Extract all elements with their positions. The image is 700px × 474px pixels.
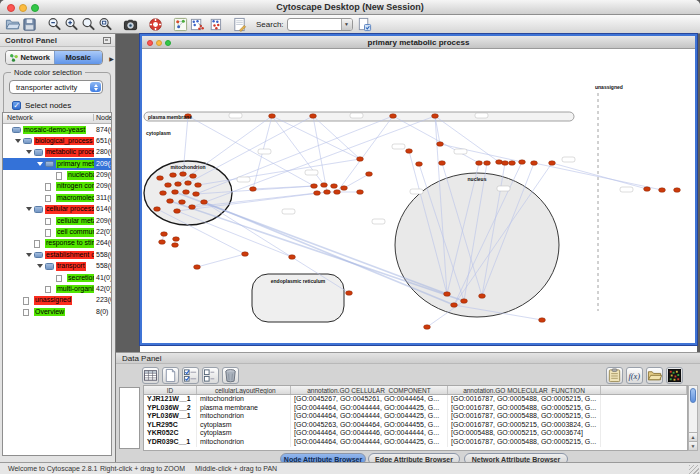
network-window[interactable]: primary metabolic process plasma membran… — [140, 34, 697, 345]
delete-attribute-icon[interactable] — [222, 367, 239, 384]
table-cell[interactable]: mitochondrion — [197, 395, 291, 404]
tree-row-biological-process[interactable]: biological_process651(0) — [3, 135, 111, 146]
table-cell[interactable]: [GO:0045267, GO:0045261, GO:0044464, G..… — [291, 395, 448, 404]
network-node[interactable] — [160, 191, 167, 196]
table-cell[interactable]: [GO:0044464, GO:0044444, GO:0044425, G..… — [291, 412, 448, 421]
network-edge[interactable] — [313, 116, 327, 192]
column-header-id[interactable]: ID — [144, 386, 197, 394]
network-node[interactable] — [357, 157, 364, 162]
zoom-region-icon[interactable] — [97, 16, 114, 33]
network-node[interactable] — [346, 291, 353, 296]
tree-row-unassigned[interactable]: unassigned223(0) — [3, 295, 111, 306]
network-node[interactable] — [242, 252, 249, 257]
tree-row-macromolecule[interactable]: macromolecule311(0) — [3, 192, 111, 203]
network-node[interactable] — [180, 172, 187, 177]
table-cell[interactable]: [GO:0005488, GO:0005215, GO:0003674] — [448, 429, 601, 438]
network-node[interactable] — [496, 160, 503, 165]
network-node[interactable] — [157, 176, 164, 181]
table-cell[interactable]: [GO:0016787, GO:0005488, GO:0005215, G..… — [448, 395, 601, 404]
scroll-down-button[interactable]: ▼ — [689, 441, 697, 450]
network-node[interactable] — [357, 190, 364, 195]
table-cell[interactable]: cytoplasm — [197, 421, 291, 430]
tree-row-secretion[interactable]: secretion41(0) — [3, 272, 111, 283]
table-row-ypl036w-1[interactable]: YPL036W__1mitochondrion[GO:0044464, GO:0… — [144, 412, 687, 421]
network-node[interactable] — [502, 161, 509, 166]
network-edge[interactable] — [552, 163, 647, 189]
table-cell[interactable]: [GO:0016787, GO:0005488, GO:0005215, G..… — [448, 404, 601, 413]
open-file-icon[interactable] — [4, 16, 21, 33]
table-cell[interactable]: YJR121W__1 — [144, 395, 197, 404]
network-node[interactable] — [310, 114, 317, 119]
network-node[interactable] — [439, 161, 446, 166]
network-edge[interactable] — [272, 116, 360, 159]
table-cell[interactable]: [GO:0016787, GO:0005488, GO:0005215, G..… — [448, 412, 601, 421]
select-attributes-icon[interactable] — [182, 367, 199, 384]
network-node[interactable] — [193, 192, 200, 197]
tree-row-nucleobase[interactable]: nucleobase-209(0) — [3, 170, 111, 181]
network-node[interactable] — [179, 200, 186, 205]
network-node[interactable] — [154, 207, 161, 212]
tab-network[interactable]: Network — [6, 51, 54, 64]
save-icon[interactable] — [21, 16, 38, 33]
expand-arrow-icon[interactable] — [15, 139, 21, 143]
network-node[interactable] — [194, 265, 201, 270]
table-row-ypl036w-2[interactable]: YPL036W__2plasma membrane[GO:0044464, GO… — [144, 404, 687, 413]
resize-grip[interactable] — [689, 465, 699, 474]
network-node[interactable] — [324, 190, 331, 195]
tree-row-transport[interactable]: transport558(0) — [3, 261, 111, 272]
expand-arrow-icon[interactable] — [26, 150, 32, 154]
tree-row-cellular-process[interactable]: cellular process614(0) — [3, 204, 111, 215]
table-cell[interactable]: [GO:0045263, GO:0044464, GO:0044455, G..… — [291, 421, 448, 430]
network-node[interactable] — [159, 240, 166, 245]
network-node[interactable] — [531, 161, 538, 166]
network-node[interactable] — [366, 172, 373, 177]
network-window-titlebar[interactable]: primary metabolic process — [142, 36, 695, 49]
network-node[interactable] — [437, 142, 444, 147]
network-node[interactable] — [172, 190, 179, 195]
network-edge[interactable] — [253, 186, 314, 189]
table-cell[interactable]: plasma membrane — [197, 404, 291, 413]
table-cell[interactable]: YPL036W__1 — [144, 412, 197, 421]
column-header-cellularlayoutregion[interactable]: _cellularLayoutRegion — [197, 386, 291, 394]
network-overview-icon[interactable] — [172, 16, 189, 33]
table-cell[interactable]: mitochondrion — [197, 438, 291, 447]
tree-row-multi-organism-pro[interactable]: multi-organism pro42(0) — [3, 283, 111, 294]
network-node[interactable] — [451, 303, 458, 308]
network-node[interactable] — [476, 161, 483, 166]
network-node[interactable] — [269, 114, 276, 119]
network-node[interactable] — [644, 187, 651, 192]
search-dropdown-arrow-icon[interactable]: ▼ — [341, 19, 352, 30]
table-cell[interactable]: [GO:0016787, GO:0005215, GO:0003824, G..… — [448, 421, 601, 430]
network-node[interactable] — [195, 183, 202, 188]
table-row-ylr295c[interactable]: YLR295Ccytoplasm[GO:0045263, GO:0044464,… — [144, 421, 687, 430]
network-node[interactable] — [659, 188, 666, 193]
table-cell[interactable]: [GO:0016787, GO:0005488, GO:0005215, G..… — [448, 438, 601, 447]
column-header-annotation-go-molecular-function[interactable]: annotation.GO MOLECULAR_FUNCTION — [448, 386, 601, 394]
network-node[interactable] — [190, 174, 197, 179]
network-canvas[interactable]: plasma membranecytoplasmmitochondrionnuc… — [142, 49, 695, 343]
network-node[interactable] — [314, 191, 321, 196]
network-node[interactable] — [165, 183, 172, 188]
attribute-matrix-icon[interactable] — [142, 367, 159, 384]
zoom-out-icon[interactable] — [46, 16, 63, 33]
expand-arrow-icon[interactable] — [26, 253, 32, 257]
tree-row-mosaic-demo-yeast[interactable]: mosaic-demo-yeast874(0) — [3, 124, 111, 135]
network-edge[interactable] — [177, 211, 292, 257]
tree-row-cell-communicat[interactable]: cell communicat22(0) — [3, 227, 111, 238]
table-row-ykr052c[interactable]: YKR052Ccytoplasm[GO:0044464, GO:0044446,… — [144, 429, 687, 438]
network-node[interactable] — [390, 114, 397, 119]
tree-row-establishment-of-lo[interactable]: establishment of lo558(0) — [3, 249, 111, 260]
network-node[interactable] — [167, 199, 174, 204]
table-cell[interactable]: YLR295C — [144, 421, 197, 430]
attribute-table[interactable]: ID_cellularLayoutRegionannotation.GO CEL… — [143, 385, 688, 451]
network-node[interactable] — [334, 190, 341, 195]
column-header-annotation-go-cellular-component[interactable]: annotation.GO CELLULAR_COMPONENT — [291, 386, 448, 394]
network-node[interactable] — [311, 184, 318, 189]
network-node[interactable] — [201, 200, 208, 205]
network-edge[interactable] — [440, 144, 522, 162]
tree-row-response-to-stimulu[interactable]: response to stimulu264(0) — [3, 238, 111, 249]
network-edge[interactable] — [198, 159, 360, 185]
network-node[interactable] — [174, 209, 181, 214]
network-node[interactable] — [539, 318, 546, 323]
copy-layout-icon[interactable] — [189, 16, 206, 33]
